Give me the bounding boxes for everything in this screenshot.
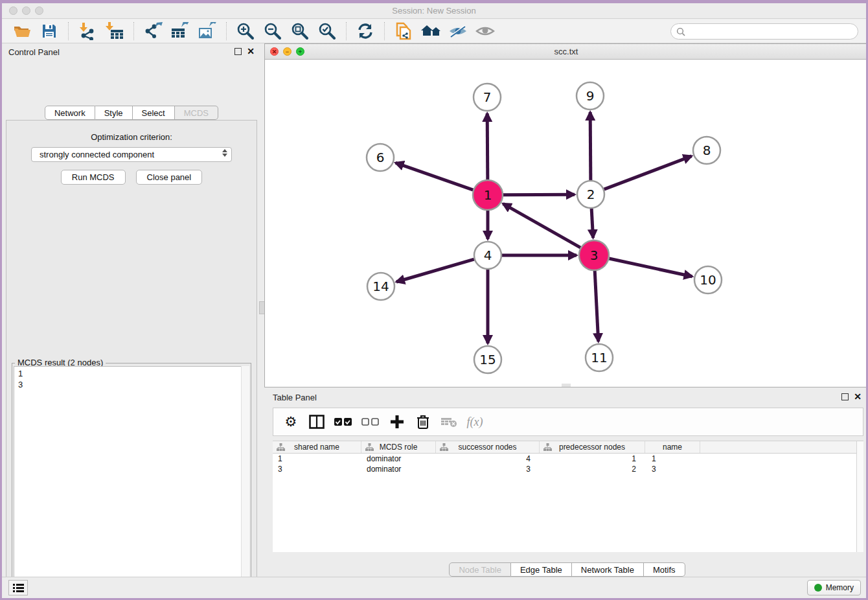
graph-node-label-14: 14 — [372, 279, 389, 294]
float-panel-icon[interactable] — [234, 48, 242, 55]
open-file-icon[interactable] — [11, 21, 33, 41]
table-settings-gear-icon[interactable]: ⚙ — [282, 414, 299, 430]
status-bar: Memory — [2, 577, 866, 598]
result-scrollbar[interactable] — [241, 366, 249, 600]
tab-node-table[interactable]: Node Table — [449, 562, 511, 577]
run-mcds-button[interactable]: Run MCDS — [61, 170, 126, 185]
mcds-result-list[interactable]: 1 3 — [14, 366, 249, 600]
search-field[interactable] — [670, 23, 858, 40]
memory-button[interactable]: Memory — [807, 580, 861, 595]
eye-icon[interactable] — [474, 21, 496, 41]
cell-predecessor-nodes: 2 — [540, 464, 645, 474]
table-scrollbar[interactable] — [856, 441, 863, 552]
graph-edge-1-7[interactable] — [487, 113, 488, 179]
table-panel: Table Panel ✕ ⚙ f(x) — [264, 389, 868, 582]
graph-edge-1-2[interactable] — [503, 194, 575, 195]
export-table-icon[interactable] — [169, 21, 191, 41]
function-builder-icon: f(x) — [466, 415, 483, 429]
column-layout-icon[interactable] — [308, 415, 325, 429]
tab-network-table[interactable]: Network Table — [572, 562, 644, 577]
pages-share-icon[interactable] — [393, 21, 415, 41]
graph-edge-3-1[interactable] — [503, 203, 580, 248]
close-panel-icon[interactable]: ✕ — [247, 46, 255, 56]
window-title: Session: New Session — [2, 6, 866, 16]
export-network-icon[interactable] — [142, 21, 164, 41]
graph-edge-3-11[interactable] — [595, 271, 599, 341]
table-panel-tabs: Node Table Edge Table Network Table Moti… — [264, 562, 868, 577]
export-image-icon[interactable] — [196, 21, 218, 41]
toolbar-separator — [68, 22, 69, 40]
search-input[interactable] — [685, 27, 858, 36]
tab-select[interactable]: Select — [133, 106, 175, 120]
refresh-layout-icon[interactable] — [354, 21, 376, 41]
graph-edge-2-8[interactable] — [604, 156, 692, 189]
graph-node-label-8: 8 — [703, 143, 711, 158]
zoom-fit-icon[interactable] — [289, 21, 311, 41]
edge-layer — [396, 112, 692, 343]
toolbar-separator — [226, 22, 227, 40]
column-header-predecessor-nodes[interactable]: predecessor nodes — [540, 441, 645, 453]
criterion-value: strongly connected component — [40, 150, 154, 159]
column-header-successor-nodes[interactable]: successor nodes — [436, 441, 540, 453]
graph-edge-1-6[interactable] — [396, 163, 474, 190]
control-panel: Control Panel ✕ Network Style Select MCD… — [2, 43, 261, 582]
zoom-in-icon[interactable] — [234, 21, 257, 41]
eye-crossed-icon[interactable] — [447, 21, 469, 41]
select-all-columns-icon[interactable] — [334, 417, 352, 426]
graph-edge-3-10[interactable] — [609, 259, 692, 277]
houses-icon[interactable] — [420, 21, 442, 41]
network-window-titlebar[interactable]: ✕ − + scc.txt — [265, 44, 867, 60]
cell-name: 1 — [645, 454, 700, 464]
tab-mcds[interactable]: MCDS — [175, 106, 218, 120]
delete-column-trash-icon[interactable] — [415, 414, 431, 430]
column-header-shared-name[interactable]: shared name — [273, 441, 361, 453]
window-resize-handle[interactable] — [562, 384, 571, 387]
save-session-icon[interactable] — [38, 21, 60, 41]
hierarchy-icon — [277, 443, 285, 452]
tab-style[interactable]: Style — [95, 106, 133, 120]
control-panel-tabs: Network Style Select MCDS — [2, 106, 261, 120]
graph-node-label-6: 6 — [376, 150, 385, 165]
hierarchy-icon — [543, 443, 552, 452]
tab-motifs[interactable]: Motifs — [644, 562, 685, 577]
close-table-panel-icon[interactable]: ✕ — [854, 391, 862, 402]
import-network-icon[interactable] — [76, 21, 98, 41]
optimization-criterion-label: Optimization criterion: — [6, 132, 257, 142]
toolbar-separator — [384, 22, 385, 40]
import-table-icon[interactable] — [104, 21, 126, 41]
column-header-name[interactable]: name — [645, 441, 700, 453]
close-panel-button[interactable]: Close panel — [136, 170, 203, 185]
tab-network[interactable]: Network — [45, 106, 95, 120]
deselect-all-columns-icon[interactable] — [361, 417, 380, 426]
graph-node-label-4: 4 — [484, 248, 492, 263]
table-panel-title: Table Panel — [273, 393, 317, 402]
tab-edge-table[interactable]: Edge Table — [511, 562, 572, 577]
mcds-result-groupbox: MCDS result (2 nodes) 1 3 — [12, 363, 251, 600]
table-header-row: shared name MCDS role successor nodes pr… — [273, 441, 863, 454]
window-titlebar: Session: New Session — [2, 3, 866, 19]
hierarchy-icon — [365, 443, 374, 452]
graph-edge-4-14[interactable] — [396, 259, 474, 282]
cell-mcds-role: dominator — [361, 464, 436, 474]
zoom-out-icon[interactable] — [262, 21, 284, 41]
float-table-panel-icon[interactable] — [841, 393, 849, 400]
dropdown-stepper-icon — [222, 149, 227, 157]
add-column-icon[interactable] — [389, 415, 405, 429]
graph-node-label-7: 7 — [483, 89, 492, 105]
cell-mcds-role: dominator — [361, 454, 436, 464]
graph-edge-2-3[interactable] — [591, 209, 593, 238]
graph-edge-2-9[interactable] — [590, 112, 591, 180]
graph-node-label-10: 10 — [700, 272, 716, 288]
column-header-mcds-role[interactable]: MCDS role — [361, 441, 436, 453]
network-canvas[interactable]: 7968124314101511 — [265, 60, 867, 387]
node-table[interactable]: shared name MCDS role successor nodes pr… — [273, 441, 863, 552]
table-row[interactable]: 3 dominator 3 2 3 — [273, 464, 863, 474]
application-window: Session: New Session — [0, 0, 868, 600]
mcds-tab-content: Optimization criterion: strongly connect… — [6, 120, 257, 600]
criterion-dropdown[interactable]: strongly connected component — [31, 147, 232, 162]
table-row[interactable]: 1 dominator 4 1 1 — [273, 454, 863, 464]
show-panels-button[interactable] — [8, 580, 28, 595]
zoom-selected-icon[interactable] — [316, 21, 338, 41]
cell-successor-nodes: 4 — [436, 454, 540, 464]
memory-label: Memory — [826, 583, 854, 592]
